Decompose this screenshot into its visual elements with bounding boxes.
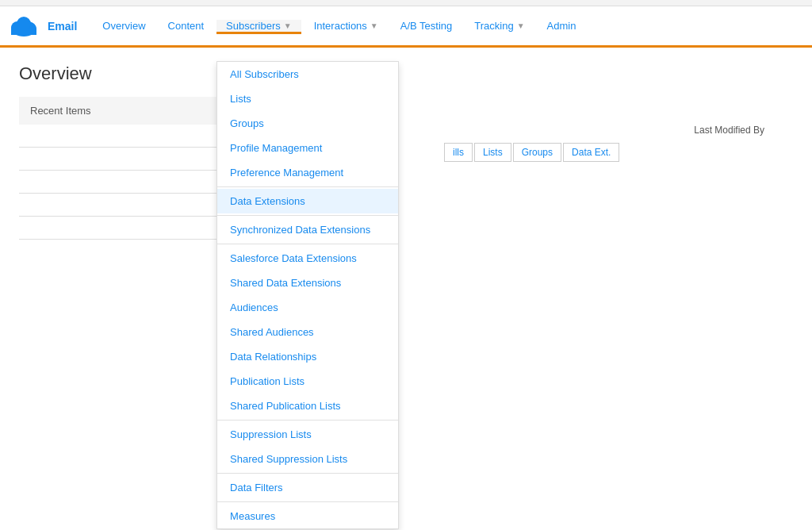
nav-item-interactions[interactable]: Interactions ▼ <box>304 6 388 45</box>
dropdown-item-salesforce-data-extensions[interactable]: Salesforce Data Extensions <box>217 246 398 271</box>
nav-items: Overview Content Subscribers ▼ All Subsc… <box>93 6 585 45</box>
nav-item-content[interactable]: Content <box>159 6 214 45</box>
filter-tab-ills[interactable]: ills <box>444 143 473 162</box>
page-title: Overview <box>19 63 793 84</box>
nav-content-label: Content <box>168 20 205 32</box>
dropdown-item-data-filters[interactable]: Data Filters <box>217 475 398 500</box>
subscribers-dropdown-arrow: ▼ <box>284 21 292 30</box>
interactions-dropdown-arrow: ▼ <box>370 21 378 30</box>
nav-abtesting-label: A/B Testing <box>400 20 453 32</box>
dropdown-divider-3 <box>217 244 398 244</box>
list-lines <box>19 147 793 240</box>
nav-item-tracking[interactable]: Tracking ▼ <box>465 6 534 45</box>
nav-item-admin[interactable]: Admin <box>538 6 586 45</box>
dropdown-item-publication-lists[interactable]: Publication Lists <box>217 369 398 394</box>
nav-item-subscribers[interactable]: Subscribers ▼ <box>216 20 301 34</box>
list-line-3 <box>19 193 241 194</box>
dropdown-item-shared-audiences[interactable]: Shared Audiences <box>217 320 398 344</box>
app-brand-label: Email <box>48 20 77 33</box>
top-bar <box>0 0 812 6</box>
dropdown-divider-4 <box>217 420 398 421</box>
filter-tab-lists[interactable]: Lists <box>474 143 511 162</box>
dropdown-item-shared-publication-lists[interactable]: Shared Publication Lists <box>217 394 398 418</box>
list-line-1 <box>19 147 241 148</box>
nav-admin-label: Admin <box>547 20 576 32</box>
filter-tabs: ills Lists Groups Data Ext. <box>444 143 619 162</box>
filter-tab-groups[interactable]: Groups <box>513 143 561 162</box>
dropdown-item-shared-data-extensions[interactable]: Shared Data Extensions <box>217 271 398 295</box>
dropdown-item-preference-management[interactable]: Preference Management <box>217 160 398 185</box>
nav-item-abtesting[interactable]: A/B Testing <box>391 6 462 45</box>
navbar: Email Overview Content Subscribers ▼ All… <box>0 6 812 48</box>
dropdown-item-profile-management[interactable]: Profile Management <box>217 136 398 160</box>
app-logo[interactable]: Email <box>10 16 77 36</box>
dropdown-item-shared-suppression-lists[interactable]: Shared Suppression Lists <box>217 447 398 471</box>
svg-rect-4 <box>11 29 36 35</box>
subscribers-dropdown-container: Subscribers ▼ All Subscribers Lists Grou… <box>216 20 301 32</box>
nav-interactions-label: Interactions <box>314 20 367 32</box>
recent-items-label: Recent Items <box>30 105 91 117</box>
dropdown-item-suppression-lists[interactable]: Suppression Lists <box>217 422 398 447</box>
subscribers-dropdown-menu: All Subscribers Lists Groups Profile Man… <box>216 61 399 529</box>
main-content: Overview Recent Items Last Modified By i… <box>0 48 812 530</box>
dropdown-divider-2 <box>217 215 398 216</box>
salesforce-cloud-icon <box>10 16 38 36</box>
nav-overview-label: Overview <box>102 20 145 32</box>
dropdown-item-all-subscribers[interactable]: All Subscribers <box>217 62 398 86</box>
dropdown-item-audiences[interactable]: Audiences <box>217 295 398 320</box>
list-line-2 <box>19 170 241 171</box>
dropdown-divider-5 <box>217 473 398 474</box>
last-modified-label: Last Modified By <box>694 125 764 136</box>
dropdown-item-data-extensions[interactable]: Data Extensions <box>217 189 398 213</box>
dropdown-divider-6 <box>217 501 398 502</box>
dropdown-item-lists[interactable]: Lists <box>217 86 398 111</box>
dropdown-item-data-relationships[interactable]: Data Relationships <box>217 344 398 369</box>
tracking-dropdown-arrow: ▼ <box>517 21 525 30</box>
list-line-5 <box>19 239 241 240</box>
nav-item-overview[interactable]: Overview <box>93 6 155 45</box>
dropdown-item-measures[interactable]: Measures <box>217 504 398 528</box>
filter-tab-data-ext[interactable]: Data Ext. <box>563 143 619 162</box>
dropdown-item-synchronized-data-extensions[interactable]: Synchronized Data Extensions <box>217 217 398 242</box>
list-line-4 <box>19 216 241 217</box>
nav-subscribers-label: Subscribers <box>226 20 281 32</box>
nav-tracking-label: Tracking <box>474 20 513 32</box>
dropdown-item-groups[interactable]: Groups <box>217 111 398 136</box>
dropdown-divider-1 <box>217 186 398 187</box>
